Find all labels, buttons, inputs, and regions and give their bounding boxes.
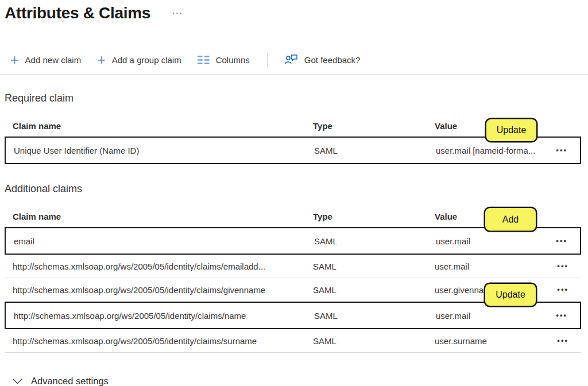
table-row-surname[interactable]: http://schemas.xmlsoap.org/ws/2005/05/id… bbox=[5, 329, 581, 353]
claim-type-cell: SAML bbox=[314, 146, 436, 155]
got-feedback-label: Got feedback? bbox=[304, 55, 361, 65]
claim-name-cell[interactable]: http://schemas.xmlsoap.org/ws/2005/05/id… bbox=[13, 285, 313, 295]
claim-name-cell[interactable]: http://schemas.xmlsoap.org/ws/2005/05/id… bbox=[13, 262, 313, 271]
claim-value-cell: user.mail [nameid-forma... bbox=[436, 146, 551, 155]
columns-icon bbox=[198, 56, 210, 64]
claim-type-cell: SAML bbox=[314, 236, 436, 246]
row-menu-icon[interactable]: ••• bbox=[556, 238, 567, 244]
add-group-claim-label: Add a group claim bbox=[112, 55, 181, 65]
add-group-claim-button[interactable]: + Add a group claim bbox=[97, 54, 181, 65]
toolbar-divider bbox=[267, 53, 268, 67]
claim-type-cell: SAML bbox=[313, 285, 435, 295]
row-menu-icon[interactable]: ••• bbox=[557, 287, 568, 293]
feedback-icon bbox=[285, 54, 298, 65]
annotation-add-email-row: Add bbox=[484, 207, 537, 232]
title-row: Attributes & Claims ··· bbox=[5, 3, 581, 23]
claim-value-cell: user.surname bbox=[435, 336, 550, 346]
advanced-settings-label: Advanced settings bbox=[31, 376, 109, 386]
page-title: Attributes & Claims bbox=[5, 3, 150, 23]
column-header-type: Type bbox=[313, 121, 435, 137]
attributes-claims-page: Attributes & Claims ··· + Add new claim … bbox=[0, 0, 588, 386]
required-claim-heading: Required claim bbox=[5, 92, 581, 104]
plus-icon: + bbox=[10, 54, 19, 65]
additional-claims-heading: Additional claims bbox=[5, 182, 581, 195]
add-new-claim-button[interactable]: + Add new claim bbox=[10, 54, 81, 65]
column-header-claim-name: Claim name bbox=[13, 212, 313, 227]
annotation-update-required-value: Update bbox=[485, 118, 537, 142]
claim-name-cell[interactable]: http://schemas.xmlsoap.org/ws/2005/05/id… bbox=[13, 336, 313, 346]
claim-value-cell: user.mail bbox=[436, 311, 551, 321]
add-new-claim-label: Add new claim bbox=[25, 55, 82, 65]
claim-name-cell[interactable]: http://schemas.xmlsoap.org/ws/2005/05/id… bbox=[14, 311, 314, 321]
row-menu-icon[interactable]: ••• bbox=[557, 263, 568, 269]
annotation-update-name-row: Update bbox=[484, 283, 537, 307]
table-row-emailaddress[interactable]: http://schemas.xmlsoap.org/ws/2005/05/id… bbox=[5, 255, 581, 278]
command-bar: + Add new claim + Add a group claim Colu… bbox=[10, 50, 581, 69]
claim-type-cell: SAML bbox=[313, 336, 435, 346]
columns-label: Columns bbox=[216, 55, 250, 65]
claim-type-cell: SAML bbox=[314, 311, 436, 321]
claim-value-cell: user.mail bbox=[436, 236, 551, 246]
advanced-settings-toggle[interactable]: Advanced settings bbox=[13, 376, 581, 386]
toolbar-separator bbox=[0, 74, 588, 75]
column-header-type: Type bbox=[313, 212, 435, 227]
row-menu-icon[interactable]: ••• bbox=[556, 313, 567, 318]
columns-button[interactable]: Columns bbox=[198, 55, 250, 65]
chevron-down-icon bbox=[13, 379, 22, 384]
column-header-claim-name: Claim name bbox=[13, 121, 313, 137]
plus-icon: + bbox=[97, 54, 106, 65]
claim-name-cell[interactable]: email bbox=[14, 236, 314, 246]
got-feedback-button[interactable]: Got feedback? bbox=[285, 54, 361, 65]
row-menu-icon[interactable]: ••• bbox=[556, 147, 567, 153]
title-more-icon[interactable]: ··· bbox=[172, 10, 183, 16]
claim-type-cell: SAML bbox=[313, 262, 435, 271]
claim-value-cell: user.mail bbox=[435, 262, 550, 271]
claim-name-cell[interactable]: Unique User Identifier (Name ID) bbox=[14, 146, 314, 155]
row-menu-icon[interactable]: ••• bbox=[557, 338, 568, 344]
